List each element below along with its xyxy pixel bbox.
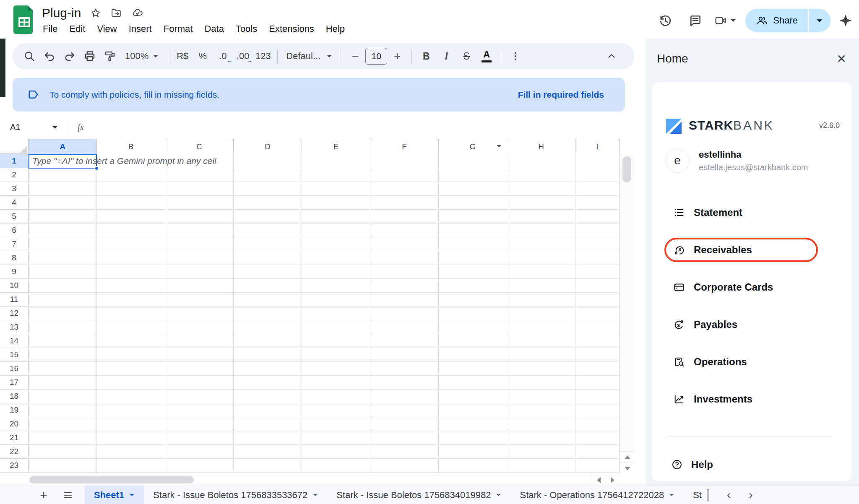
cell-i13[interactable] — [575, 320, 620, 334]
row-header-16[interactable]: 16 — [0, 362, 29, 376]
sheet-tab-sheet1[interactable]: Sheet1 — [85, 486, 144, 504]
menu-data[interactable]: Data — [198, 22, 229, 36]
cell-g9[interactable] — [439, 265, 507, 278]
cell-e2[interactable] — [302, 168, 370, 182]
cell-d21[interactable] — [234, 431, 302, 444]
cell-c7[interactable] — [165, 237, 234, 251]
cell-i10[interactable] — [575, 279, 620, 292]
cell-c14[interactable] — [165, 334, 234, 348]
cell-d16[interactable] — [234, 362, 302, 375]
cell-f21[interactable] — [370, 431, 439, 444]
cell-b12[interactable] — [97, 307, 165, 320]
menu-tools[interactable]: Tools — [230, 22, 263, 36]
sheet-tab-stark-operations-1756412722028[interactable]: Stark - Operations 1756412722028 — [510, 486, 684, 504]
cell-g15[interactable] — [439, 348, 507, 361]
more-formats-button[interactable]: 123 — [253, 46, 273, 66]
vertical-scrollbar[interactable] — [620, 154, 634, 474]
cell-c8[interactable] — [165, 251, 234, 265]
cell-h3[interactable] — [507, 182, 575, 195]
cell-i17[interactable] — [575, 376, 620, 389]
cell-f9[interactable] — [370, 265, 439, 278]
cell-d22[interactable] — [234, 445, 302, 458]
cell-e5[interactable] — [302, 210, 370, 223]
column-header-c[interactable]: C — [165, 139, 234, 154]
cell-b18[interactable] — [97, 390, 165, 403]
cell-f16[interactable] — [370, 362, 439, 375]
cell-a3[interactable] — [29, 182, 97, 195]
cell-e8[interactable] — [302, 251, 370, 265]
comments-icon[interactable] — [683, 8, 708, 33]
sheet-tab-dropdown-icon[interactable] — [669, 493, 674, 497]
row-header-3[interactable]: 3 — [0, 182, 29, 196]
fill-handle[interactable] — [94, 166, 99, 171]
cell-c5[interactable] — [165, 210, 234, 223]
row-header-9[interactable]: 9 — [0, 265, 29, 279]
decrease-font-size-button[interactable]: − — [345, 46, 365, 66]
cell-b11[interactable] — [97, 293, 165, 306]
cell-b5[interactable] — [97, 210, 165, 223]
cell-d7[interactable] — [234, 237, 302, 251]
cell-f15[interactable] — [370, 348, 439, 361]
cell-b23[interactable] — [97, 459, 165, 472]
cell-d23[interactable] — [234, 459, 302, 472]
cell-d13[interactable] — [234, 320, 302, 334]
cell-h5[interactable] — [507, 210, 575, 223]
cell-a12[interactable] — [29, 307, 97, 320]
menu-file[interactable]: File — [37, 22, 63, 36]
cell-i21[interactable] — [575, 431, 620, 444]
bold-button[interactable]: B — [416, 46, 436, 66]
cell-e16[interactable] — [302, 362, 370, 375]
cell-b16[interactable] — [97, 362, 165, 375]
move-to-folder-icon[interactable] — [110, 8, 122, 18]
cell-f3[interactable] — [370, 182, 439, 195]
column-header-a[interactable]: A — [29, 139, 97, 154]
row-header-6[interactable]: 6 — [0, 223, 29, 237]
cell-i4[interactable] — [575, 196, 620, 209]
cell-f17[interactable] — [370, 376, 439, 389]
cell-d9[interactable] — [234, 265, 302, 278]
cell-b7[interactable] — [97, 237, 165, 251]
cell-f10[interactable] — [370, 279, 439, 292]
row-header-11[interactable]: 11 — [0, 293, 29, 307]
cell-c2[interactable] — [165, 168, 234, 182]
cell-g3[interactable] — [439, 182, 507, 195]
cell-c18[interactable] — [165, 390, 234, 403]
cell-g4[interactable] — [439, 196, 507, 209]
tabs-scroll-right-icon[interactable]: › — [740, 488, 762, 501]
name-box-dropdown-icon[interactable] — [52, 125, 58, 130]
strikethrough-button[interactable]: S — [456, 46, 476, 66]
scroll-right-button[interactable] — [606, 474, 619, 486]
cell-c16[interactable] — [165, 362, 234, 375]
cell-a16[interactable] — [29, 362, 97, 375]
row-header-18[interactable]: 18 — [0, 390, 29, 403]
cell-c4[interactable] — [165, 196, 234, 209]
scroll-down-button[interactable] — [620, 462, 635, 474]
add-sheet-button[interactable]: + — [34, 488, 53, 502]
sheet-tab-stark-issue-boletos-1756834019982[interactable]: Stark - Issue Boletos 1756834019982 — [327, 486, 510, 504]
menu-help[interactable]: Help — [320, 22, 351, 36]
cell-a9[interactable] — [29, 265, 97, 278]
cell-h8[interactable] — [507, 251, 575, 265]
collapse-toolbar-icon[interactable] — [601, 46, 622, 66]
cell-h14[interactable] — [507, 334, 575, 348]
cell-g19[interactable] — [439, 403, 507, 417]
cell-c20[interactable] — [165, 417, 234, 431]
cell-c1[interactable] — [165, 154, 234, 168]
vertical-scrollbar-thumb[interactable] — [622, 156, 631, 182]
cell-e6[interactable] — [302, 223, 370, 237]
cell-c23[interactable] — [165, 459, 234, 472]
search-icon[interactable] — [19, 46, 39, 66]
column-header-f[interactable]: F — [370, 139, 439, 154]
column-header-e[interactable]: E — [302, 139, 370, 154]
cell-h23[interactable] — [507, 459, 575, 472]
meet-presentation-button[interactable] — [713, 14, 736, 27]
cell-h22[interactable] — [507, 445, 575, 458]
cell-d8[interactable] — [234, 251, 302, 265]
row-header-4[interactable]: 4 — [0, 196, 29, 210]
sidebar-item-help[interactable]: Help — [671, 459, 713, 470]
cell-e23[interactable] — [302, 459, 370, 472]
share-dropdown[interactable] — [808, 9, 830, 32]
cell-e13[interactable] — [302, 320, 370, 334]
row-header-15[interactable]: 15 — [0, 348, 29, 362]
cell-b1[interactable] — [97, 154, 165, 168]
